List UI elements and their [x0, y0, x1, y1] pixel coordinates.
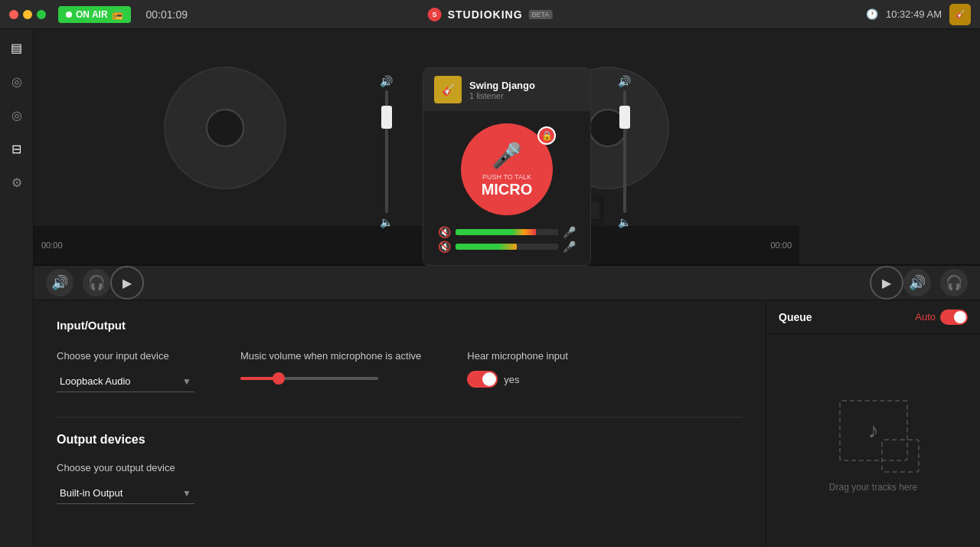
hear-mic-toggle-knob [482, 372, 496, 386]
auto-toggle[interactable] [940, 310, 968, 325]
music-volume-col: Music volume when microphone is active [240, 350, 421, 392]
main-layout: ▤ ◎ ◎ ⊟ ⚙ 00:00 🔊 [0, 29, 980, 547]
queue-panel: Queue Auto ♪ Drag your tracks here [766, 300, 980, 547]
left-fader-track[interactable] [385, 90, 388, 213]
settings-panel: Input/Output Choose your input device Lo… [34, 300, 766, 547]
headphone-control-right[interactable]: 🎧 [940, 269, 968, 296]
auto-toggle-knob [954, 311, 966, 323]
mute-icon-2: 🔇 [438, 241, 451, 253]
output-device-value: Built-in Output [60, 487, 122, 499]
sidebar-item-broadcast[interactable]: ◎ [6, 104, 28, 126]
left-fader: 🔊 🔈 [380, 75, 393, 228]
level-meter: 🔇 🎤 🔇 🎤 [438, 226, 576, 253]
hear-mic-col: Hear microphone input yes [467, 350, 590, 392]
on-air-dot [66, 11, 72, 18]
lock-icon: 🔒 [537, 126, 556, 145]
controls-right: 🔊 🎧 [903, 269, 968, 296]
album-thumbnail: 🎸 [434, 76, 462, 103]
meter-peak-1 [534, 229, 536, 235]
volume-control-right[interactable]: 🔊 [903, 269, 931, 296]
hear-mic-value: yes [504, 374, 519, 385]
volume-control-left[interactable]: 🔊 [46, 269, 74, 296]
music-volume-slider-container [240, 371, 378, 386]
album-icon: 🎸 [442, 84, 455, 96]
music-volume-label: Music volume when microphone is active [240, 350, 421, 362]
deck-area: 00:00 🔊 🔈 🎸 Swing Django [34, 29, 980, 266]
output-device-label: Choose your output device [57, 462, 194, 473]
maximize-button[interactable] [37, 10, 46, 19]
hear-mic-toggle[interactable] [467, 371, 498, 388]
music-volume-track[interactable] [240, 377, 378, 380]
push-label: PUSH TO TALK [482, 173, 531, 181]
meter-row-2: 🔇 🎤 [438, 241, 576, 253]
controls-left: 🔊 🎧 [46, 269, 110, 296]
auto-label: Auto [915, 311, 936, 323]
sidebar-item-settings[interactable]: ⚙ [6, 172, 28, 193]
music-volume-thumb[interactable] [273, 372, 285, 385]
push-to-talk-button[interactable]: 🎤 PUSH TO TALK MICRO 🔒 [461, 123, 553, 215]
settings-row-1: Choose your input device Loopback Audio … [57, 350, 743, 392]
titlebar-center: S STUDIOKING BETA [428, 8, 553, 21]
right-play-button[interactable]: ▶ [870, 266, 903, 300]
volume-high-icon: 🔊 [380, 75, 393, 87]
micro-label: MICRO [482, 181, 533, 198]
content-area: 00:00 🔊 🔈 🎸 Swing Django [34, 29, 980, 547]
traffic-lights [9, 10, 46, 19]
close-button[interactable] [9, 10, 18, 19]
meter-fill-1 [456, 229, 536, 235]
settings-title: Input/Output [57, 319, 743, 332]
on-air-button[interactable]: ON AIR 📻 [58, 6, 131, 23]
mic-right-icon: 🎤 [563, 226, 576, 238]
dropdown-arrow-icon: ▼ [182, 376, 191, 387]
volume-low-icon: 🔈 [380, 216, 393, 228]
titlebar-right: 🕐 10:32:49 AM 🎸 [866, 4, 971, 25]
mic-overlay: 🎸 Swing Django 1 listener 🎤 PUSH TO TALK… [423, 67, 591, 266]
queue-title: Queue [779, 311, 812, 323]
queue-auto-controls: Auto [915, 310, 968, 325]
minimize-button[interactable] [23, 10, 32, 19]
studio-logo: S [428, 8, 442, 21]
meter-bar-2 [456, 244, 558, 250]
bottom-panel: Input/Output Choose your input device Lo… [34, 300, 980, 547]
mute-icon: 🔇 [438, 226, 451, 238]
output-device-dropdown[interactable]: Built-in Output ▼ [57, 483, 194, 504]
mic-body: 🎤 PUSH TO TALK MICRO 🔒 🔇 🎤 [423, 111, 590, 265]
queue-empty-state: ♪ Drag your tracks here [766, 334, 980, 547]
right-volume-low-icon: 🔈 [618, 216, 631, 228]
meter-fill-2 [456, 244, 517, 250]
hear-mic-label: Hear microphone input [467, 350, 590, 362]
sidebar-item-record[interactable]: ◎ [6, 70, 28, 92]
left-play-button[interactable]: ▶ [110, 266, 144, 300]
right-fader-thumb[interactable] [619, 106, 630, 129]
microphone-icon: 🎤 [492, 141, 522, 170]
app-icon: 🎸 [949, 4, 971, 25]
right-fader-track[interactable] [623, 90, 626, 213]
on-air-label: ON AIR [76, 9, 108, 20]
track-name: Swing Django [469, 80, 535, 91]
input-device-dropdown[interactable]: Loopback Audio ▼ [57, 371, 194, 392]
sidebar-item-mixer[interactable]: ⊟ [6, 138, 28, 159]
mic-header: 🎸 Swing Django 1 listener [423, 68, 590, 111]
queue-placeholder-container: ♪ [828, 388, 920, 473]
queue-drag-text: Drag your tracks here [829, 482, 917, 493]
left-time: 00:00 [41, 241, 63, 250]
sidebar-item-home[interactable]: ▤ [6, 37, 28, 58]
left-vinyl[interactable] [164, 67, 286, 189]
titlebar-left: ON AIR 📻 00:01:09 [9, 6, 188, 23]
queue-header: Queue Auto [766, 300, 980, 334]
headphone-control-left[interactable]: 🎧 [83, 269, 110, 296]
sidebar: ▤ ◎ ◎ ⊟ ⚙ [0, 29, 34, 547]
timer-display: 00:01:09 [146, 8, 188, 21]
output-section-title: Output devices [57, 433, 743, 447]
left-fader-thumb[interactable] [381, 106, 392, 129]
left-deck: 00:00 [34, 29, 416, 264]
clock-icon: 🕐 [866, 8, 878, 20]
beta-badge: BETA [529, 10, 553, 19]
left-vinyl-area [34, 29, 416, 226]
broadcast-icon: 📻 [112, 9, 123, 20]
queue-music-icon-shadow [881, 439, 920, 473]
meter-bar-1 [456, 229, 558, 235]
input-device-col: Choose your input device Loopback Audio … [57, 350, 194, 392]
output-device-col: Choose your output device Built-in Outpu… [57, 462, 194, 504]
right-fader: 🔊 🔈 [618, 75, 631, 228]
